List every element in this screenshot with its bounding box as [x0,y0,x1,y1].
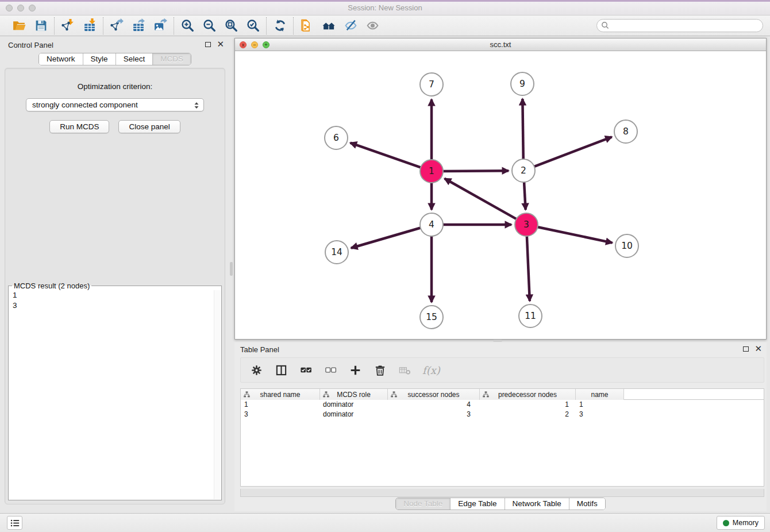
tab-network[interactable]: Network [39,53,83,65]
close-panel-icon[interactable]: ✕ [217,41,224,48]
edge-1-2[interactable] [442,171,509,171]
refresh-view-button[interactable] [272,18,288,34]
graph-node-14[interactable]: 14 [325,241,348,264]
criterion-dropdown[interactable]: strongly connected component [26,98,204,111]
close-panel-button[interactable]: Close panel [118,120,180,133]
table-cell[interactable]: 3 [388,410,480,419]
graph-node-7[interactable]: 7 [420,73,443,96]
import-table-button[interactable] [82,18,98,34]
select-all-button[interactable] [299,363,313,377]
horizontal-splitter-handle[interactable] [493,340,502,342]
delete-row-button[interactable] [373,363,387,377]
network-window-titlebar: x − + scc.txt [235,38,766,51]
save-session-button[interactable] [33,18,49,34]
mcds-result-textarea[interactable]: 13 [9,290,221,499]
network-canvas[interactable]: 7968124314101511 [235,51,766,339]
import-network-button[interactable] [60,18,76,34]
table-cell[interactable]: 3 [241,410,320,419]
tab-mcds[interactable]: MCDS [152,53,191,65]
table-cell[interactable]: 3 [576,410,624,419]
node-label: 9 [519,79,525,89]
add-row-icon [349,364,361,376]
column-header-successor-nodes[interactable]: successor nodes [388,389,480,400]
memory-button[interactable]: Memory [717,516,765,530]
node-label: 14 [331,247,342,257]
tab-node-table[interactable]: Node Table [396,498,450,510]
graph-node-4[interactable]: 4 [420,213,443,236]
graph-node-9[interactable]: 9 [511,72,534,95]
show-hidden-icon [365,18,380,33]
column-header-label: shared name [260,391,300,399]
result-scrollbar[interactable] [214,290,221,499]
new-network-clone-button[interactable] [299,18,315,34]
table-row[interactable]: 3dominator323 [241,410,764,419]
edge-4-14[interactable] [351,228,422,248]
table-cell[interactable]: 4 [388,400,480,410]
delete-column-button [398,363,411,377]
tab-select[interactable]: Select [116,53,153,65]
tab-network-table[interactable]: Network Table [505,498,569,510]
export-table-button[interactable] [130,18,147,34]
edge-2-9[interactable] [522,99,523,160]
table-row[interactable]: 1dominator411 [241,400,764,410]
column-view-button[interactable] [274,363,288,377]
graph-node-6[interactable]: 6 [325,126,348,149]
add-row-button[interactable] [348,363,362,377]
show-hidden-button[interactable] [364,18,380,34]
graph-node-15[interactable]: 15 [420,306,443,329]
graph-node-11[interactable]: 11 [519,304,542,327]
column-type-icon [323,391,329,398]
table-cell[interactable]: dominator [320,400,388,410]
column-header-predecessor-nodes[interactable]: predecessor nodes [480,389,576,400]
table-panel-header: Table Panel ✕ [234,342,767,357]
search-input[interactable] [596,19,763,32]
vertical-splitter-handle[interactable] [230,262,233,276]
graph-node-10[interactable]: 10 [615,234,638,257]
column-header-label: predecessor nodes [498,391,557,399]
export-network-button[interactable] [109,18,125,34]
column-header-mcds-role[interactable]: MCDS role [320,389,388,400]
table-cell[interactable]: 1 [576,400,624,410]
edge-3-1[interactable] [445,179,518,219]
edge-3-11[interactable] [527,235,530,301]
zoom-out-button[interactable] [201,18,217,34]
table-cell[interactable]: 1 [241,400,320,410]
network-graph[interactable]: 7968124314101511 [235,51,766,339]
graph-node-3[interactable]: 3 [515,213,538,236]
export-image-button[interactable] [152,18,168,34]
zoom-selected-button[interactable] [245,18,261,34]
tab-edge-table[interactable]: Edge Table [450,498,504,510]
table-cell[interactable]: 2 [480,410,576,419]
zoom-fit-button[interactable] [223,18,239,34]
zoom-out-icon [202,18,217,33]
deselect-all-icon [325,364,337,376]
graph-node-2[interactable]: 2 [512,159,535,182]
hide-panels-button[interactable] [321,18,337,34]
edge-3-10[interactable] [537,227,613,243]
settings-button[interactable] [249,363,263,377]
graph-node-8[interactable]: 8 [614,120,637,143]
hide-selected-button[interactable] [342,18,359,34]
run-mcds-button[interactable]: Run MCDS [49,120,109,133]
tab-motifs[interactable]: Motifs [569,498,605,510]
column-header-name[interactable]: name [576,389,624,400]
task-history-button[interactable] [7,516,22,530]
table-horizontal-scrollbar[interactable] [240,489,764,497]
open-session-button[interactable] [11,18,27,34]
deselect-all-button[interactable] [324,363,337,377]
graph-node-1[interactable]: 1 [420,160,443,183]
table-cell[interactable]: 1 [480,400,576,410]
zoom-in-button[interactable] [179,18,195,34]
table-close-panel-icon[interactable]: ✕ [754,345,762,352]
column-header-shared-name[interactable]: shared name [241,389,320,400]
mcds-panel: Optimization criterion: strongly connect… [5,68,225,504]
edge-2-8[interactable] [533,137,612,167]
import-table-icon [83,18,97,33]
float-panel-icon[interactable] [205,42,211,47]
node-table-header: shared nameMCDS rolesuccessor nodesprede… [241,389,764,400]
table-float-panel-icon[interactable] [743,346,749,352]
table-cell[interactable]: dominator [320,410,388,419]
edge-1-6[interactable] [351,143,422,168]
edge-2-3[interactable] [524,181,526,210]
tab-style[interactable]: Style [83,53,116,65]
